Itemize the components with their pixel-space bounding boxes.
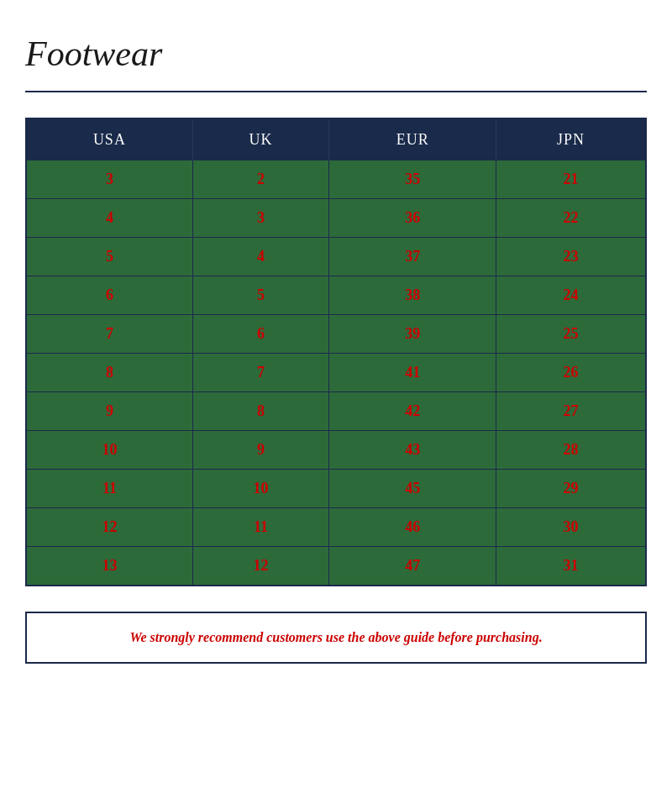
table-header: USA UK EUR JPN: [27, 119, 645, 160]
table-cell: 11: [192, 508, 328, 547]
table-row: 11104529: [27, 470, 645, 508]
table-cell: 4: [192, 238, 328, 276]
table-cell: 7: [192, 354, 328, 392]
size-chart-table-container: USA UK EUR JPN 3235214336225437236538247…: [25, 118, 647, 586]
table-cell: 4: [27, 199, 192, 238]
table-cell: 5: [27, 238, 192, 276]
table-cell: 21: [496, 160, 645, 199]
table-row: 1094328: [27, 431, 645, 470]
table-cell: 45: [329, 470, 496, 508]
table-cell: 41: [329, 354, 496, 392]
header-jpn: JPN: [496, 119, 645, 160]
table-cell: 12: [27, 508, 192, 547]
table-cell: 42: [329, 392, 496, 431]
table-cell: 8: [192, 392, 328, 431]
table-row: 433622: [27, 199, 645, 238]
table-cell: 29: [496, 470, 645, 508]
table-cell: 23: [496, 238, 645, 276]
table-row: 13124731: [27, 547, 645, 586]
table-cell: 25: [496, 315, 645, 354]
header-uk: UK: [192, 119, 328, 160]
table-cell: 6: [27, 276, 192, 315]
table-cell: 26: [496, 354, 645, 392]
table-cell: 11: [27, 470, 192, 508]
divider: [25, 91, 647, 92]
table-cell: 13: [27, 547, 192, 586]
table-cell: 8: [27, 354, 192, 392]
table-cell: 6: [192, 315, 328, 354]
table-cell: 9: [27, 392, 192, 431]
table-cell: 5: [192, 276, 328, 315]
header-row: USA UK EUR JPN: [27, 119, 645, 160]
table-cell: 22: [496, 199, 645, 238]
table-cell: 39: [329, 315, 496, 354]
table-cell: 37: [329, 238, 496, 276]
notice-box: We strongly recommend customers use the …: [25, 612, 647, 664]
table-cell: 2: [192, 160, 328, 199]
table-row: 653824: [27, 276, 645, 315]
notice-text: We strongly recommend customers use the …: [129, 630, 542, 644]
table-cell: 28: [496, 431, 645, 470]
table-cell: 47: [329, 547, 496, 586]
table-cell: 10: [192, 470, 328, 508]
table-cell: 10: [27, 431, 192, 470]
table-cell: 7: [27, 315, 192, 354]
table-cell: 3: [27, 160, 192, 199]
table-row: 874126: [27, 354, 645, 392]
table-body: 3235214336225437236538247639258741269842…: [27, 160, 645, 585]
table-cell: 31: [496, 547, 645, 586]
table-row: 984227: [27, 392, 645, 431]
page-title: Footwear: [25, 34, 647, 74]
table-row: 543723: [27, 238, 645, 276]
table-cell: 46: [329, 508, 496, 547]
table-cell: 43: [329, 431, 496, 470]
header-eur: EUR: [329, 119, 496, 160]
table-cell: 36: [329, 199, 496, 238]
table-cell: 27: [496, 392, 645, 431]
table-cell: 30: [496, 508, 645, 547]
size-chart-table: USA UK EUR JPN 3235214336225437236538247…: [27, 119, 645, 585]
table-cell: 24: [496, 276, 645, 315]
table-row: 763925: [27, 315, 645, 354]
table-cell: 35: [329, 160, 496, 199]
table-row: 323521: [27, 160, 645, 199]
table-cell: 3: [192, 199, 328, 238]
table-cell: 38: [329, 276, 496, 315]
table-cell: 12: [192, 547, 328, 586]
table-cell: 9: [192, 431, 328, 470]
table-row: 12114630: [27, 508, 645, 547]
header-usa: USA: [27, 119, 192, 160]
